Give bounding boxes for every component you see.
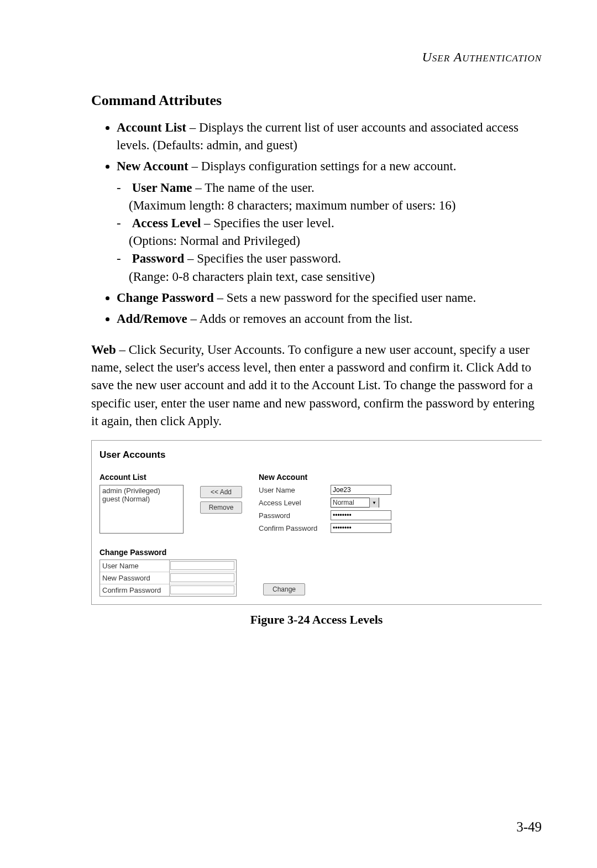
password-input[interactable] [331, 510, 391, 520]
account-list-col: Account List admin (Privileged) guest (N… [100, 473, 184, 534]
cp-username-label: User Name [100, 560, 170, 572]
cp-confirm-label: Confirm Password [100, 584, 170, 596]
attr-account-list: Account List – Displays the current list… [117, 119, 542, 154]
account-list-label: Account List [100, 473, 184, 482]
change-password-label: Change Password [100, 548, 542, 557]
attr-name: New Account [117, 159, 188, 173]
subattr-user-name: User Name – The name of the user. (Maxim… [129, 179, 542, 215]
sub-name: User Name [132, 181, 192, 195]
running-head: User Authentication [91, 50, 542, 65]
attr-desc: – Sets a new password for the specified … [214, 291, 476, 305]
password-label: Password [259, 511, 331, 520]
accesslevel-value: Normal [333, 499, 354, 506]
username-input[interactable] [331, 485, 391, 495]
list-item[interactable]: admin (Privileged) [102, 487, 181, 495]
chevron-down-icon: ▼ [369, 498, 379, 508]
subattr-password: Password – Specifies the user password. … [129, 250, 542, 285]
panel-title: User Accounts [100, 449, 542, 461]
add-button[interactable]: << Add [200, 486, 242, 498]
change-button[interactable]: Change [263, 583, 305, 595]
remove-button[interactable]: Remove [200, 501, 242, 514]
cp-confirm-input[interactable] [170, 585, 234, 594]
attr-name: Account List [117, 121, 186, 134]
sub-note: (Maximum length: 8 characters; maximum n… [129, 198, 455, 212]
sub-note: (Range: 0-8 characters plain text, case … [129, 270, 375, 284]
attribute-list: Account List – Displays the current list… [91, 119, 542, 328]
sub-desc: – Specifies the user level. [201, 216, 334, 230]
cp-newpassword-input[interactable] [170, 573, 234, 582]
attr-change-password: Change Password – Sets a new password fo… [117, 289, 542, 307]
username-label: User Name [259, 486, 331, 494]
sub-desc: – The name of the user. [192, 181, 315, 195]
attr-desc: – Adds or removes an account from the li… [187, 312, 413, 326]
attr-name: Add/Remove [117, 312, 187, 326]
attr-new-account: New Account – Displays configuration set… [117, 158, 542, 285]
web-paragraph: Web – Click Security, User Accounts. To … [91, 341, 542, 430]
cp-newpassword-label: New Password [100, 572, 170, 584]
subattr-access-level: Access Level – Specifies the user level.… [129, 215, 542, 250]
list-item[interactable]: guest (Normal) [102, 495, 181, 503]
confirm-password-label: Confirm Password [259, 524, 331, 532]
page-number: 3-49 [516, 819, 542, 835]
figure-caption: Figure 3-24 Access Levels [91, 613, 542, 627]
sub-desc: – Specifies the user password. [184, 252, 341, 265]
web-body: – Click Security, User Accounts. To conf… [91, 343, 535, 428]
attr-name: Change Password [117, 291, 214, 305]
web-lead: Web [91, 343, 116, 357]
cp-username-input[interactable] [170, 561, 234, 570]
attr-add-remove: Add/Remove – Adds or removes an account … [117, 310, 542, 328]
sub-note: (Options: Normal and Privileged) [129, 234, 300, 248]
confirm-password-input[interactable] [331, 523, 391, 533]
new-account-label: New Account [259, 473, 397, 482]
new-account-col: New Account User Name Access Level Norma… [259, 473, 397, 534]
accesslevel-label: Access Level [259, 499, 331, 507]
account-listbox[interactable]: admin (Privileged) guest (Normal) [100, 485, 184, 534]
accesslevel-select[interactable]: Normal ▼ [331, 498, 379, 508]
sub-name: Password [132, 252, 185, 265]
figure-user-accounts: User Accounts Account List admin (Privil… [91, 440, 542, 605]
attr-desc: – Displays configuration settings for a … [188, 159, 457, 173]
sub-name: Access Level [132, 216, 201, 230]
section-title: Command Attributes [91, 92, 542, 109]
